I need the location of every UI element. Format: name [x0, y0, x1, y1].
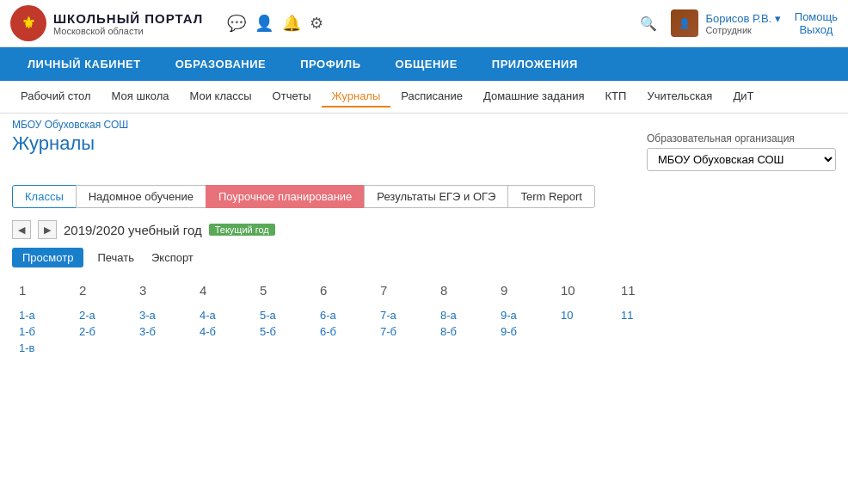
nav-applications[interactable]: ПРИЛОЖЕНИЯ: [475, 47, 595, 81]
year-nav: ◀ ▶ 2019/2020 учебный год Текущий год: [0, 215, 848, 244]
class-link-4-а[interactable]: 4-а: [200, 308, 246, 323]
help-link[interactable]: Помощь: [795, 10, 838, 23]
class-link-2-б[interactable]: 2-б: [79, 324, 126, 339]
breadcrumb-area: МБОУ Обуховская СОШ: [0, 114, 848, 131]
grade-col-5: 5-а5-б: [253, 306, 313, 357]
class-link-11[interactable]: 11: [621, 308, 667, 323]
grade-col-9: 9-а9-б: [494, 306, 554, 357]
nav-communication[interactable]: ОБЩЕНИЕ: [378, 47, 475, 81]
tab-lesson-planning[interactable]: Поурочное планирование: [206, 185, 365, 208]
nav-my-classes[interactable]: Мои классы: [180, 86, 262, 108]
user-avatar: 👤: [671, 9, 698, 37]
org-select[interactable]: МБОУ Обуховская СОШ: [647, 148, 836, 171]
class-link-6-б[interactable]: 6-б: [320, 324, 366, 339]
class-link-1-в[interactable]: 1-в: [19, 341, 65, 355]
grade-col-11: 11: [614, 306, 674, 357]
contacts-icon[interactable]: 👤: [255, 14, 273, 33]
class-link-3-а[interactable]: 3-а: [139, 308, 186, 323]
header-right: 🔍 👤 Борисов Р.В. ▾ Сотрудник Помощь Выхо…: [640, 9, 838, 37]
grade-number-1: 1: [12, 280, 72, 301]
help-area: Помощь Выход: [795, 10, 838, 36]
nav-teachers-room[interactable]: Учительская: [636, 86, 722, 108]
user-area: 👤 Борисов Р.В. ▾ Сотрудник: [671, 9, 780, 37]
class-link-5-б[interactable]: 5-б: [260, 324, 306, 339]
org-label: Образовательная организация: [647, 132, 836, 144]
current-year-badge: Текущий год: [209, 224, 275, 236]
view-button[interactable]: Просмотр: [12, 248, 83, 267]
class-link-3-б[interactable]: 3-б: [139, 324, 186, 339]
settings-icon[interactable]: ⚙: [310, 14, 323, 33]
nav-ktp[interactable]: КТП: [595, 86, 637, 108]
search-icon[interactable]: 🔍: [640, 15, 657, 32]
nav-homework[interactable]: Домашние задания: [473, 86, 595, 108]
tabs-area: Классы Надомное обучение Поурочное плани…: [0, 178, 848, 215]
top-header: ⚜ ШКОЛЬНЫЙ ПОРТАЛ Московской области 💬 👤…: [0, 0, 848, 47]
nav-profile[interactable]: ПРОФИЛЬ: [283, 47, 378, 81]
logo-text: ШКОЛЬНЫЙ ПОРТАЛ Московской области: [53, 11, 203, 36]
user-info: Борисов Р.В. ▾ Сотрудник: [705, 12, 780, 35]
grade-classes-row: 1-а1-б1-в2-а2-б3-а3-б4-а4-б5-а5-б6-а6-б7…: [12, 306, 836, 357]
year-next-button[interactable]: ▶: [38, 220, 57, 239]
export-button[interactable]: Экспорт: [148, 248, 197, 267]
class-link-5-а[interactable]: 5-а: [260, 308, 306, 323]
tab-classes[interactable]: Классы: [12, 185, 77, 208]
class-link-1-б[interactable]: 1-б: [19, 324, 65, 339]
logo-subtitle: Московской области: [53, 26, 203, 36]
user-role: Сотрудник: [705, 25, 780, 35]
class-link-2-а[interactable]: 2-а: [79, 308, 126, 323]
action-buttons: Просмотр Печать Экспорт: [0, 244, 848, 276]
nav-schedule[interactable]: Расписание: [390, 86, 473, 108]
grade-number-3: 3: [132, 280, 193, 301]
grade-number-7: 7: [373, 280, 433, 301]
secondary-nav: Рабочий стол Моя школа Мои классы Отчеты…: [0, 81, 848, 114]
grade-col-8: 8-а8-б: [433, 306, 494, 357]
logo-title: ШКОЛЬНЫЙ ПОРТАЛ: [53, 11, 203, 26]
grade-number-8: 8: [433, 280, 494, 301]
user-name[interactable]: Борисов Р.В. ▾: [705, 12, 780, 25]
nav-education[interactable]: ОБРАЗОВАНИЕ: [158, 47, 284, 81]
grade-number-6: 6: [313, 280, 373, 301]
class-link-8-а[interactable]: 8-а: [440, 308, 487, 323]
year-prev-button[interactable]: ◀: [12, 220, 31, 239]
class-link-9-б[interactable]: 9-б: [501, 324, 547, 339]
tab-ege-oge[interactable]: Результаты ЕГЭ и ОГЭ: [364, 185, 508, 208]
grade-col-4: 4-а4-б: [193, 306, 253, 357]
class-link-7-а[interactable]: 7-а: [380, 308, 427, 323]
nav-personal-cabinet[interactable]: ЛИЧНЫЙ КАБИНЕТ: [10, 47, 158, 81]
grade-number-10: 10: [554, 280, 614, 301]
logo-icon: ⚜: [10, 5, 46, 41]
nav-desktop[interactable]: Рабочий стол: [10, 86, 101, 108]
exit-link[interactable]: Выход: [799, 23, 833, 36]
grade-number-11: 11: [614, 280, 674, 301]
print-button[interactable]: Печать: [94, 248, 138, 267]
nav-my-school[interactable]: Моя школа: [101, 86, 180, 108]
grade-number-9: 9: [494, 280, 554, 301]
grade-numbers-row: 1234567891011: [12, 280, 836, 301]
nav-reports[interactable]: Отчеты: [262, 86, 322, 108]
class-link-8-б[interactable]: 8-б: [440, 324, 487, 339]
class-link-10[interactable]: 10: [561, 308, 607, 323]
notifications-icon[interactable]: 🔔: [282, 14, 301, 33]
grade-number-5: 5: [253, 280, 313, 301]
tab-term-report[interactable]: Term Report: [507, 185, 595, 208]
grade-col-10: 10: [554, 306, 614, 357]
year-text: 2019/2020 учебный год: [64, 223, 202, 237]
nav-dit[interactable]: ДиТ: [722, 86, 764, 108]
class-link-7-б[interactable]: 7-б: [380, 324, 427, 339]
nav-journals[interactable]: Журналы: [322, 86, 391, 108]
main-nav: ЛИЧНЫЙ КАБИНЕТ ОБРАЗОВАНИЕ ПРОФИЛЬ ОБЩЕН…: [0, 47, 848, 81]
class-link-6-а[interactable]: 6-а: [320, 308, 366, 323]
page-title: Журналы: [12, 132, 95, 155]
tab-home-schooling[interactable]: Надомное обучение: [76, 185, 206, 208]
class-link-1-а[interactable]: 1-а: [19, 308, 65, 323]
page-title-area: Журналы Образовательная организация МБОУ…: [0, 131, 848, 178]
org-selector: Образовательная организация МБОУ Обуховс…: [647, 132, 836, 171]
class-link-9-а[interactable]: 9-а: [501, 308, 547, 323]
class-link-4-б[interactable]: 4-б: [200, 324, 246, 339]
header-icon-group: 💬 👤 🔔 ⚙: [227, 14, 323, 33]
grade-number-4: 4: [193, 280, 253, 301]
grade-grid: 1234567891011 1-а1-б1-в2-а2-б3-а3-б4-а4-…: [0, 276, 848, 360]
breadcrumb[interactable]: МБОУ Обуховская СОШ: [12, 119, 836, 131]
messages-icon[interactable]: 💬: [227, 14, 246, 33]
grade-col-2: 2-а2-б: [72, 306, 132, 357]
